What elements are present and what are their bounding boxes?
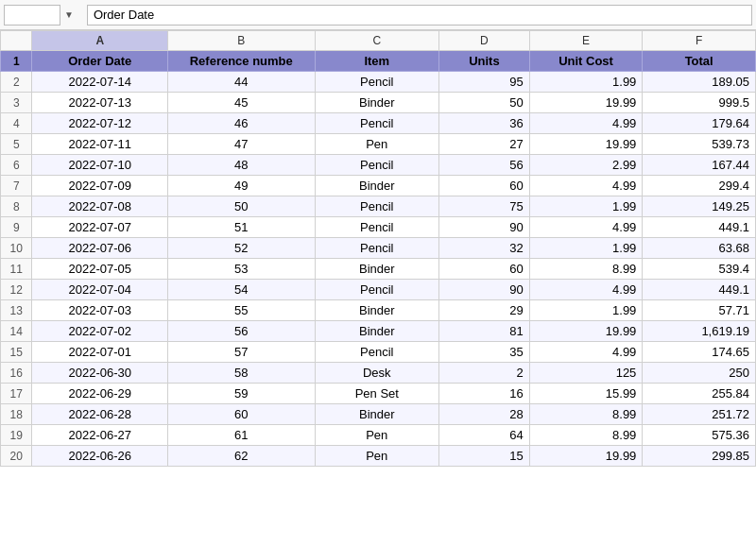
cell-reference-row19[interactable]: 61: [168, 425, 315, 446]
cell-item-row2[interactable]: Pencil: [315, 72, 439, 93]
cell-ref-dropdown-icon[interactable]: ▼: [64, 9, 74, 20]
cell-reference-row2[interactable]: 44: [168, 72, 315, 93]
cell-item-row10[interactable]: Pencil: [315, 238, 439, 259]
cell-unit-cost-row3[interactable]: 19.99: [529, 93, 643, 113]
cell-total-row13[interactable]: 57.71: [643, 300, 756, 321]
cell-reference-row6[interactable]: 48: [168, 155, 315, 176]
cell-order-date-row13[interactable]: 2022-07-03: [32, 300, 168, 321]
cell-units-row8[interactable]: 75: [439, 196, 530, 217]
cell-units-row19[interactable]: 64: [439, 425, 530, 446]
cell-total-row9[interactable]: 449.1: [643, 217, 756, 238]
cell-item-row14[interactable]: Binder: [315, 321, 439, 342]
cell-total-row11[interactable]: 539.4: [643, 259, 756, 280]
col-header-a[interactable]: A: [32, 31, 168, 51]
cell-reference-row5[interactable]: 47: [168, 134, 315, 155]
cell-total-row15[interactable]: 174.65: [643, 342, 756, 363]
cell-total-row16[interactable]: 250: [643, 363, 756, 384]
cell-unit-cost-row12[interactable]: 4.99: [529, 280, 643, 300]
cell-order-date-row20[interactable]: 2022-06-26: [32, 446, 168, 467]
cell-units-row6[interactable]: 56: [439, 155, 530, 176]
col-header-e[interactable]: E: [529, 31, 643, 51]
cell-total-row12[interactable]: 449.1: [643, 280, 756, 300]
cell-order-date-row3[interactable]: 2022-07-13: [32, 93, 168, 113]
cell-item-row3[interactable]: Binder: [315, 93, 439, 113]
cell-units-row13[interactable]: 29: [439, 300, 530, 321]
header-order-date[interactable]: Order Date: [32, 51, 168, 72]
cell-reference-row16[interactable]: 58: [168, 363, 315, 384]
cell-total-row20[interactable]: 299.85: [643, 446, 756, 467]
cell-reference-row14[interactable]: 56: [168, 321, 315, 342]
cell-order-date-row5[interactable]: 2022-07-11: [32, 134, 168, 155]
cell-unit-cost-row13[interactable]: 1.99: [529, 300, 643, 321]
cell-units-row18[interactable]: 28: [439, 404, 530, 425]
cell-order-date-row8[interactable]: 2022-07-08: [32, 196, 168, 217]
cell-total-row14[interactable]: 1,619.19: [643, 321, 756, 342]
header-item[interactable]: Item: [315, 51, 439, 72]
cell-units-row5[interactable]: 27: [439, 134, 530, 155]
cell-order-date-row6[interactable]: 2022-07-10: [32, 155, 168, 176]
cell-unit-cost-row5[interactable]: 19.99: [529, 134, 643, 155]
cell-unit-cost-row19[interactable]: 8.99: [529, 425, 643, 446]
col-header-d[interactable]: D: [439, 31, 530, 51]
cell-item-row9[interactable]: Pencil: [315, 217, 439, 238]
col-header-c[interactable]: C: [315, 31, 439, 51]
cell-unit-cost-row7[interactable]: 4.99: [529, 176, 643, 196]
cell-order-date-row9[interactable]: 2022-07-07: [32, 217, 168, 238]
cell-item-row12[interactable]: Pencil: [315, 280, 439, 300]
cell-unit-cost-row16[interactable]: 125: [529, 363, 643, 384]
cell-unit-cost-row8[interactable]: 1.99: [529, 196, 643, 217]
cell-order-date-row18[interactable]: 2022-06-28: [32, 404, 168, 425]
col-header-b[interactable]: B: [168, 31, 315, 51]
cell-item-row6[interactable]: Pencil: [315, 155, 439, 176]
cell-reference-row12[interactable]: 54: [168, 280, 315, 300]
cell-unit-cost-row4[interactable]: 4.99: [529, 113, 643, 134]
cell-total-row2[interactable]: 189.05: [643, 72, 756, 93]
cell-order-date-row19[interactable]: 2022-06-27: [32, 425, 168, 446]
cell-unit-cost-row14[interactable]: 19.99: [529, 321, 643, 342]
cell-reference-row8[interactable]: 50: [168, 196, 315, 217]
cell-item-row7[interactable]: Binder: [315, 176, 439, 196]
cell-total-row17[interactable]: 255.84: [643, 384, 756, 404]
cell-unit-cost-row17[interactable]: 15.99: [529, 384, 643, 404]
cell-item-row4[interactable]: Pencil: [315, 113, 439, 134]
header-unit-cost[interactable]: Unit Cost: [529, 51, 643, 72]
cell-total-row6[interactable]: 167.44: [643, 155, 756, 176]
cell-units-row10[interactable]: 32: [439, 238, 530, 259]
cell-item-row8[interactable]: Pencil: [315, 196, 439, 217]
cell-total-row5[interactable]: 539.73: [643, 134, 756, 155]
cell-order-date-row11[interactable]: 2022-07-05: [32, 259, 168, 280]
cell-total-row19[interactable]: 575.36: [643, 425, 756, 446]
col-header-f[interactable]: F: [643, 31, 756, 51]
cell-item-row20[interactable]: Pen: [315, 446, 439, 467]
cell-reference-row17[interactable]: 59: [168, 384, 315, 404]
cell-reference-row3[interactable]: 45: [168, 93, 315, 113]
cell-item-row16[interactable]: Desk: [315, 363, 439, 384]
cell-order-date-row2[interactable]: 2022-07-14: [32, 72, 168, 93]
cell-units-row12[interactable]: 90: [439, 280, 530, 300]
cell-reference-row18[interactable]: 60: [168, 404, 315, 425]
cell-item-row18[interactable]: Binder: [315, 404, 439, 425]
cell-unit-cost-row10[interactable]: 1.99: [529, 238, 643, 259]
cell-reference-row15[interactable]: 57: [168, 342, 315, 363]
cell-reference[interactable]: [4, 5, 60, 26]
cell-order-date-row10[interactable]: 2022-07-06: [32, 238, 168, 259]
cell-units-row2[interactable]: 95: [439, 72, 530, 93]
cell-unit-cost-row6[interactable]: 2.99: [529, 155, 643, 176]
cell-reference-row9[interactable]: 51: [168, 217, 315, 238]
cell-order-date-row7[interactable]: 2022-07-09: [32, 176, 168, 196]
cell-reference-row4[interactable]: 46: [168, 113, 315, 134]
cell-reference-row7[interactable]: 49: [168, 176, 315, 196]
header-reference[interactable]: Reference numbe: [168, 51, 315, 72]
cell-units-row16[interactable]: 2: [439, 363, 530, 384]
cell-order-date-row12[interactable]: 2022-07-04: [32, 280, 168, 300]
cell-units-row17[interactable]: 16: [439, 384, 530, 404]
cell-item-row17[interactable]: Pen Set: [315, 384, 439, 404]
cell-reference-row11[interactable]: 53: [168, 259, 315, 280]
cell-item-row11[interactable]: Binder: [315, 259, 439, 280]
cell-units-row4[interactable]: 36: [439, 113, 530, 134]
cell-reference-row20[interactable]: 62: [168, 446, 315, 467]
cell-total-row18[interactable]: 251.72: [643, 404, 756, 425]
formula-input[interactable]: [87, 5, 752, 26]
cell-total-row10[interactable]: 63.68: [643, 238, 756, 259]
cell-order-date-row16[interactable]: 2022-06-30: [32, 363, 168, 384]
